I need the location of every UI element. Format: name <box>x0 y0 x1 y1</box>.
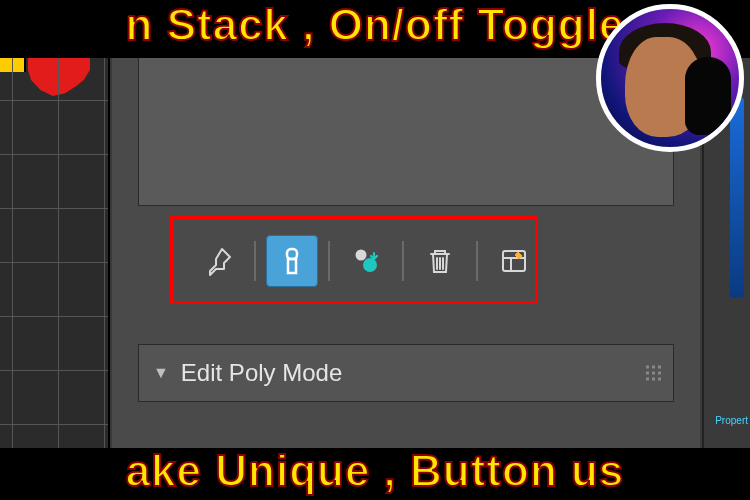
pin-stack-icon <box>202 245 234 277</box>
make-unique-icon <box>350 245 382 277</box>
rollup-drag-grip[interactable] <box>646 366 661 381</box>
pin-stack-button[interactable] <box>192 235 244 287</box>
make-unique-button[interactable] <box>340 235 392 287</box>
configure-modifier-sets-button[interactable] <box>488 235 540 287</box>
modifier-stack-list[interactable] <box>138 58 674 206</box>
modifier-stack-toolbar <box>182 226 630 296</box>
svg-point-3 <box>363 258 377 272</box>
svg-rect-1 <box>288 259 296 273</box>
svg-rect-4 <box>503 251 525 271</box>
edit-poly-mode-rollup[interactable]: ▼ Edit Poly Mode <box>138 344 674 402</box>
viewport-grid <box>0 58 108 448</box>
toolbar-separator <box>476 241 478 281</box>
toolbar-separator <box>328 241 330 281</box>
presenter-avatar <box>596 4 744 152</box>
show-end-result-toggle-icon <box>276 245 308 277</box>
viewport-panel <box>0 58 110 448</box>
svg-rect-0 <box>287 249 297 259</box>
rollup-label: Edit Poly Mode <box>181 359 342 387</box>
toolbar-separator <box>254 241 256 281</box>
rollup-collapse-arrow[interactable]: ▼ <box>153 364 169 382</box>
properties-label: Propert <box>715 415 748 426</box>
configure-modifier-sets-icon <box>498 245 530 277</box>
panel-scrollbar[interactable] <box>730 98 744 298</box>
show-end-result-toggle-button[interactable] <box>266 235 318 287</box>
svg-point-2 <box>356 250 367 261</box>
remove-modifier-button[interactable] <box>414 235 466 287</box>
overlay-title-bottom: ake Unique , Button us <box>0 446 750 496</box>
remove-modifier-icon <box>424 245 456 277</box>
toolbar-separator <box>402 241 404 281</box>
avatar-microphone <box>685 57 731 135</box>
